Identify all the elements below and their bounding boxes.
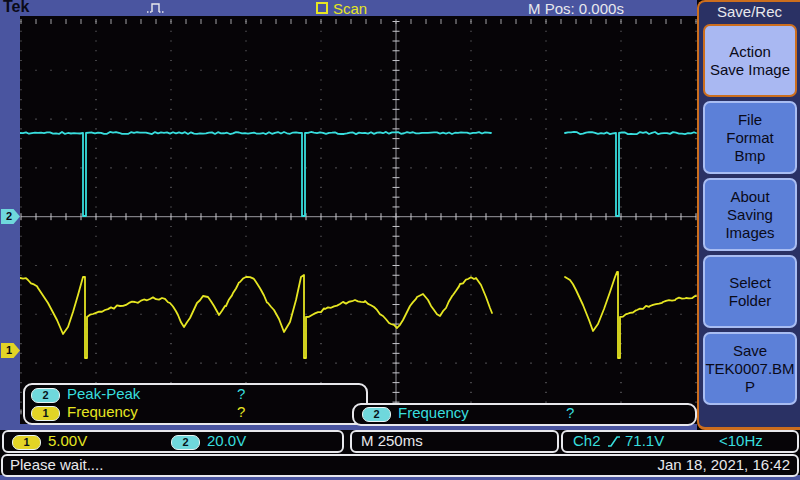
ch2-badge: 2 — [31, 388, 60, 403]
measurement-label: Peak-Peak — [67, 385, 140, 402]
menu-button-select-folder[interactable]: Select Folder — [703, 255, 797, 328]
trigger-level: 71.1V — [625, 432, 664, 449]
waveform-svg — [20, 16, 697, 424]
trigger-source: Ch2 — [573, 432, 601, 449]
ch2-badge: 2 — [171, 435, 200, 450]
side-menu: Save/Rec Action Save Image File Format B… — [697, 0, 800, 430]
measurement-box-1: 2 Peak-Peak ? 1 Frequency ? — [23, 383, 368, 425]
ch2-badge: 2 — [362, 407, 391, 422]
trigger-readout: Ch2 71.1V <10Hz — [561, 430, 799, 453]
measurement-value: ? — [237, 385, 245, 402]
status-bar: Please wait.... Jan 18, 2021, 16:42 — [1, 454, 799, 477]
timebase-readout: M 250ms — [350, 430, 559, 453]
measurement-row: 1 Frequency ? — [25, 404, 366, 422]
pulse-waveform-icon — [146, 1, 170, 15]
scan-square-icon — [316, 2, 328, 14]
oscilloscope-screen: Tek Scan M Pos: 0.000s 2 1 2 Peak-Peak ? — [0, 0, 800, 480]
measurement-box-2: 2 Frequency ? — [352, 403, 697, 426]
measurement-label: Frequency — [398, 404, 469, 421]
trigger-frequency: <10Hz — [719, 432, 763, 449]
ch1-badge: 1 — [31, 406, 60, 421]
horizontal-position-readout: M Pos: 0.000s — [528, 0, 624, 17]
menu-button-file-format[interactable]: File Format Bmp — [703, 101, 797, 174]
measurement-value: ? — [566, 404, 574, 421]
timebase-value: M 250ms — [361, 432, 423, 449]
menu-buttons: Action Save Image File Format Bmp About … — [699, 22, 800, 405]
status-message: Please wait.... — [10, 456, 103, 473]
measurement-label: Frequency — [67, 403, 138, 420]
top-bar: Tek Scan M Pos: 0.000s — [0, 0, 697, 16]
date-time: Jan 18, 2021, 16:42 — [657, 456, 790, 473]
tek-logo: Tek — [3, 0, 29, 16]
ch1-badge: 1 — [12, 435, 41, 450]
rising-edge-icon — [607, 435, 621, 448]
waveform-display: 2 Peak-Peak ? 1 Frequency ? 2 Frequency … — [20, 16, 697, 424]
measurement-row: 2 Frequency ? — [354, 405, 695, 423]
scan-label: Scan — [333, 0, 367, 17]
menu-button-about-saving-images[interactable]: About Saving Images — [703, 178, 797, 251]
ch1-scale: 5.00V — [48, 432, 87, 449]
menu-title: Save/Rec — [699, 2, 800, 22]
channel-scale-readout: 1 5.00V 2 20.0V — [2, 430, 344, 453]
acquisition-mode-indicator: Scan — [316, 0, 367, 16]
menu-button-action-save-image[interactable]: Action Save Image — [703, 24, 797, 97]
ch2-scale: 20.0V — [207, 432, 246, 449]
measurement-row: 2 Peak-Peak ? — [25, 386, 366, 404]
measurement-value: ? — [237, 403, 245, 420]
menu-button-save-file[interactable]: Save TEK0007.BMP — [703, 332, 797, 405]
